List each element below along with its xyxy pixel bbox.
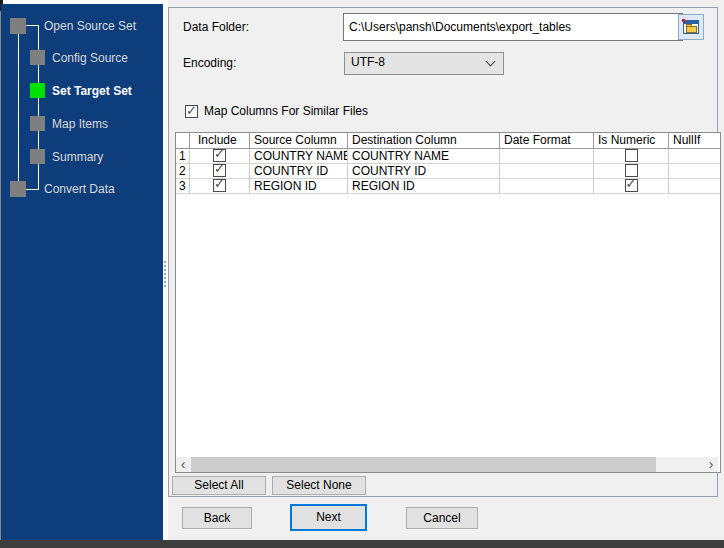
include-checkbox[interactable] — [213, 164, 226, 177]
header-rownum — [176, 133, 190, 148]
header-source-column: Source Column — [250, 133, 348, 148]
is-numeric-checkbox[interactable] — [625, 149, 638, 162]
sidebar-item-config-source: Config Source — [52, 50, 128, 66]
destination-column-cell[interactable]: REGION ID — [348, 179, 500, 194]
step-marker-config-source — [30, 50, 45, 65]
step-marker-summary — [30, 149, 45, 164]
splitter-grip-icon[interactable] — [164, 261, 166, 289]
sidebar-item-summary: Summary — [52, 149, 103, 165]
nullif-cell[interactable] — [669, 179, 720, 194]
data-folder-input[interactable] — [343, 13, 683, 41]
destination-column-cell[interactable]: COUNTRY ID — [348, 164, 500, 179]
source-column-cell[interactable]: COUNTRY NAME — [250, 149, 348, 164]
table-row: 3 REGION ID REGION ID — [176, 179, 720, 194]
map-columns-checkbox[interactable] — [185, 105, 198, 118]
step-marker-set-target-set-active — [30, 83, 45, 98]
scroll-right-arrow-icon[interactable]: › — [704, 457, 718, 472]
horizontal-scrollbar[interactable]: ‹ › — [176, 457, 718, 472]
step-connector-line — [26, 189, 39, 190]
step-connector-line — [26, 25, 39, 26]
include-cell[interactable] — [190, 164, 250, 179]
header-include: Include — [190, 133, 250, 148]
header-is-numeric: Is Numeric — [594, 133, 669, 148]
nullif-cell[interactable] — [669, 149, 720, 164]
is-numeric-cell[interactable] — [594, 164, 669, 179]
is-numeric-cell[interactable] — [594, 149, 669, 164]
include-checkbox[interactable] — [213, 149, 226, 162]
table-row: 2 COUNTRY ID COUNTRY ID — [176, 164, 720, 179]
step-marker-convert-data — [10, 181, 26, 197]
browse-folder-button[interactable] — [678, 14, 704, 40]
row-number: 3 — [176, 179, 190, 194]
select-none-button[interactable]: Select None — [272, 476, 366, 495]
folder-icon — [683, 20, 699, 34]
encoding-value: UTF-8 — [351, 55, 385, 69]
sidebar-item-set-target-set: Set Target Set — [52, 83, 132, 99]
next-button[interactable]: Next — [290, 504, 367, 531]
scroll-left-arrow-icon[interactable]: ‹ — [176, 457, 190, 472]
source-column-cell[interactable]: REGION ID — [250, 179, 348, 194]
table-header-row: Include Source Column Destination Column… — [176, 133, 720, 149]
step-marker-map-items — [30, 116, 45, 131]
chevron-down-icon — [486, 57, 496, 67]
is-numeric-cell[interactable] — [594, 179, 669, 194]
header-destination-column: Destination Column — [348, 133, 500, 148]
column-mapping-table: Include Source Column Destination Column… — [175, 132, 721, 473]
header-date-format: Date Format — [500, 133, 594, 148]
source-column-cell[interactable]: COUNTRY ID — [250, 164, 348, 179]
step-connector-line — [18, 34, 19, 182]
window-bottom-edge — [0, 540, 724, 548]
wizard-step-sidebar: Open Source Set Config Source Set Target… — [1, 4, 163, 540]
sidebar-item-open-source-set: Open Source Set — [44, 18, 136, 34]
date-format-cell[interactable] — [500, 179, 594, 194]
row-number: 1 — [176, 149, 190, 164]
date-format-cell[interactable] — [500, 164, 594, 179]
is-numeric-checkbox[interactable] — [625, 179, 638, 192]
back-button[interactable]: Back — [182, 507, 252, 529]
encoding-label: Encoding: — [183, 56, 236, 70]
cancel-button[interactable]: Cancel — [406, 507, 478, 529]
header-nullif: NullIf — [669, 133, 720, 148]
sidebar-item-convert-data: Convert Data — [44, 181, 115, 197]
encoding-select[interactable]: UTF-8 — [344, 52, 504, 75]
select-all-button[interactable]: Select All — [172, 476, 266, 495]
include-checkbox[interactable] — [213, 179, 226, 192]
map-columns-label: Map Columns For Similar Files — [204, 104, 368, 118]
sidebar-item-map-items: Map Items — [52, 116, 108, 132]
table-row: 1 COUNTRY NAME COUNTRY NAME — [176, 149, 720, 164]
date-format-cell[interactable] — [500, 149, 594, 164]
map-columns-checkbox-row[interactable]: Map Columns For Similar Files — [185, 104, 368, 118]
data-folder-label: Data Folder: — [183, 20, 249, 34]
target-set-panel: Data Folder: Encoding: UTF-8 Map Columns… — [168, 7, 718, 497]
include-cell[interactable] — [190, 149, 250, 164]
nullif-cell[interactable] — [669, 164, 720, 179]
step-marker-open-source-set — [10, 18, 26, 34]
is-numeric-checkbox[interactable] — [625, 164, 638, 177]
destination-column-cell[interactable]: COUNTRY NAME — [348, 149, 500, 164]
row-number: 2 — [176, 164, 190, 179]
scrollbar-thumb[interactable] — [191, 457, 656, 472]
include-cell[interactable] — [190, 179, 250, 194]
